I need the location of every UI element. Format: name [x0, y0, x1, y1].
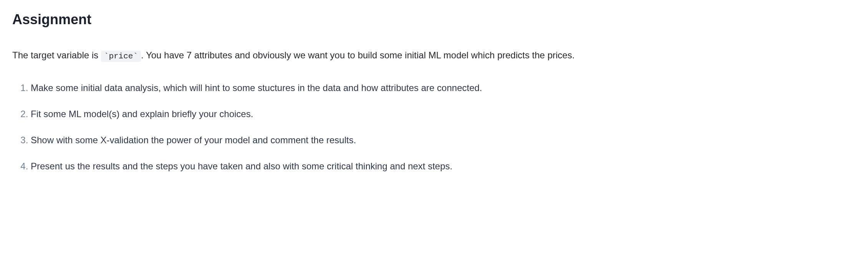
intro-text-before: The target variable is [12, 50, 101, 60]
list-item: Fit some ML model(s) and explain briefly… [31, 107, 856, 121]
assignment-ordered-list: Make some initial data analysis, which w… [12, 81, 856, 173]
intro-paragraph: The target variable is `price`. You have… [12, 48, 856, 63]
inline-code-price: `price` [101, 51, 141, 62]
list-item: Show with some X-validation the power of… [31, 133, 856, 147]
list-item: Make some initial data analysis, which w… [31, 81, 856, 95]
section-heading: Assignment [12, 9, 856, 30]
intro-text-after: . You have 7 attributes and obviously we… [141, 50, 575, 60]
list-item: Present us the results and the steps you… [31, 159, 856, 173]
